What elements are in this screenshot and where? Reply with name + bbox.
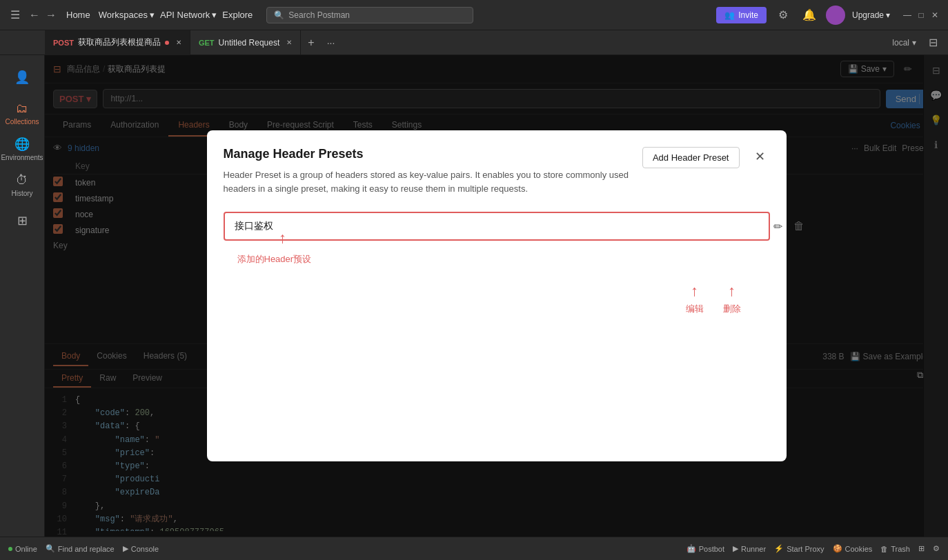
history-icon: ⏱ — [16, 173, 28, 188]
trash-icon: 🗑 — [880, 545, 888, 553]
settings-status-icon: ⚙ — [933, 544, 940, 553]
search-bar[interactable]: 🔍 Search Postman — [266, 7, 473, 23]
back-icon[interactable]: ← — [28, 8, 41, 22]
environment-select[interactable]: local ▾ — [885, 35, 923, 50]
notification-icon[interactable]: 🔔 — [800, 6, 819, 25]
nav-arrows: ← → — [28, 8, 58, 22]
home-link[interactable]: Home — [66, 10, 90, 20]
search-icon: 🔍 — [274, 10, 284, 20]
status-settings-button[interactable]: ⚙ — [933, 544, 940, 553]
start-proxy-label: Start Proxy — [787, 545, 824, 553]
sidebar: 👤 🗂 Collections 🌐 Environments ⏱ History… — [0, 55, 45, 537]
window-controls: — □ ✕ — [902, 10, 940, 20]
sidebar-item-profile[interactable]: 👤 — [6, 61, 39, 94]
cookies-status-button[interactable]: 🍪 Cookies — [833, 544, 873, 553]
sidebar-item-label-collections: Collections — [6, 118, 39, 126]
runner-icon: ▶ — [733, 544, 738, 553]
profile-icon: 👤 — [14, 70, 30, 85]
new-tab-button[interactable]: + — [301, 37, 321, 49]
minimize-button[interactable]: — — [902, 10, 912, 20]
status-right: 🤖 Postbot ▶ Runner ⚡ Start Proxy 🍪 Cooki… — [687, 544, 940, 553]
find-replace-label: Find and replace — [58, 545, 115, 553]
collections-icon: 🗂 — [16, 101, 28, 116]
online-label: Online — [15, 545, 37, 553]
nav-right: 👥 Invite ⚙ 🔔 Upgrade ▾ — □ ✕ — [716, 6, 940, 25]
tab-method-post: POST — [53, 39, 74, 47]
trash-button[interactable]: 🗑 Trash — [880, 545, 910, 553]
env-label: local — [892, 38, 909, 48]
settings-icon[interactable]: ⚙ — [773, 6, 793, 25]
postbot-button[interactable]: 🤖 Postbot — [687, 544, 724, 553]
preset-item: 接口鉴权 ✏ 🗑 — [224, 212, 770, 241]
find-icon: 🔍 — [46, 544, 55, 553]
tab-bar: POST 获取商品列表根提商品 ✕ GET Untitled Request ✕… — [0, 30, 948, 55]
sidebar-item-environments[interactable]: 🌐 Environments — [6, 132, 39, 166]
modal-empty-space — [224, 252, 770, 445]
sidebar-item-history[interactable]: ⏱ History — [6, 168, 39, 201]
console-icon: ▶ — [123, 544, 128, 553]
arrow-to-preset: ↓ — [279, 231, 286, 249]
tab-name-post: 获取商品列表根提商品 — [78, 37, 161, 48]
preset-name[interactable]: 接口鉴权 — [224, 212, 770, 241]
sidebar-item-label-history: History — [11, 190, 32, 197]
preset-edit-icon[interactable]: ✏ — [773, 220, 782, 233]
search-area: 🔍 Search Postman — [266, 7, 473, 23]
close-button[interactable]: ✕ — [930, 10, 940, 20]
modal-manage-header-presets: Manage Header Presets Header Preset is a… — [207, 130, 787, 461]
online-dot — [8, 547, 12, 551]
tab-post-request[interactable]: POST 获取商品列表根提商品 ✕ — [45, 30, 190, 55]
status-bar: Online 🔍 Find and replace ▶ Console 🤖 Po… — [0, 537, 948, 560]
cookies-status-icon: 🍪 — [833, 544, 842, 553]
preset-item-container: 接口鉴权 ✏ 🗑 添加的Header预设 ↓ — [224, 212, 770, 241]
search-placeholder: Search Postman — [288, 10, 350, 20]
tab-method-get: GET — [199, 39, 215, 47]
restore-button[interactable]: □ — [916, 10, 926, 20]
forward-icon[interactable]: → — [44, 8, 58, 22]
online-status[interactable]: Online — [8, 545, 37, 553]
tab-close-post[interactable]: ✕ — [176, 39, 181, 46]
preset-actions: ✏ 🗑 — [773, 220, 804, 233]
modal-close-button[interactable]: ✕ — [751, 147, 770, 166]
runner-label: Runner — [741, 545, 766, 553]
arrow-to-edit-icon: ↑ — [691, 282, 698, 300]
find-replace-button[interactable]: 🔍 Find and replace — [46, 544, 115, 553]
modal-description: Header Preset is a group of headers stor… — [224, 168, 631, 195]
trash-label: Trash — [891, 545, 910, 553]
tab-close-get[interactable]: ✕ — [286, 39, 292, 46]
arrow-to-delete-icon: ↑ — [728, 282, 735, 300]
runner-button[interactable]: ▶ Runner — [733, 544, 766, 553]
modal-overlay[interactable]: Manage Header Presets Header Preset is a… — [45, 55, 948, 537]
cookies-status-label: Cookies — [845, 545, 873, 553]
sidebar-item-collections[interactable]: 🗂 Collections — [6, 97, 39, 130]
workspaces-menu[interactable]: Workspaces ▾ — [99, 10, 155, 20]
annotation-added-preset: 添加的Header预设 — [237, 253, 312, 266]
environments-icon: 🌐 — [14, 137, 30, 152]
postbot-label: Postbot — [699, 545, 724, 553]
env-settings-icon[interactable]: ⊟ — [923, 33, 942, 52]
modal-title: Manage Header Presets — [224, 147, 631, 161]
status-left: Online 🔍 Find and replace ▶ Console — [8, 544, 159, 553]
avatar[interactable] — [826, 6, 845, 25]
invite-button[interactable]: 👥 Invite — [716, 7, 767, 23]
explore-link[interactable]: Explore — [222, 10, 253, 20]
console-label: Console — [131, 545, 159, 553]
preset-delete-icon[interactable]: 🗑 — [793, 220, 804, 233]
env-chevron-icon: ▾ — [912, 38, 916, 48]
api-network-menu[interactable]: API Network ▾ — [160, 10, 217, 20]
more-tabs-button[interactable]: ··· — [322, 37, 341, 48]
edit-annotation: ↑ 编辑 — [686, 282, 704, 315]
tab-get-request[interactable]: GET Untitled Request ✕ — [190, 30, 301, 55]
add-header-preset-button[interactable]: Add Header Preset — [642, 147, 740, 168]
grid-view-button[interactable]: ⊞ — [918, 544, 925, 553]
proxy-icon: ⚡ — [774, 544, 784, 553]
console-button[interactable]: ▶ Console — [123, 544, 159, 553]
annotation-delete-label: 删除 — [723, 303, 741, 315]
tab-unsaved-dot — [165, 41, 169, 45]
menu-icon[interactable]: ☰ — [8, 8, 22, 22]
annotation-edit-label: 编辑 — [686, 303, 704, 315]
upgrade-button[interactable]: Upgrade ▾ — [852, 10, 890, 20]
delete-annotation: ↑ 删除 — [723, 282, 741, 315]
sidebar-item-more[interactable]: ⊞ — [6, 204, 39, 237]
top-nav: ☰ ← → Home Workspaces ▾ API Network ▾ Ex… — [0, 0, 948, 30]
start-proxy-button[interactable]: ⚡ Start Proxy — [774, 544, 824, 553]
